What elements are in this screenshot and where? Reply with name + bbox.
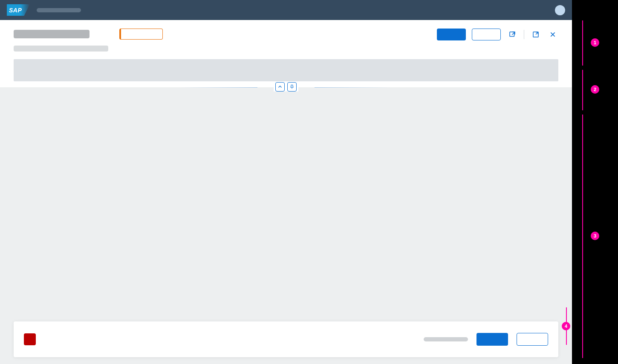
app-area: SAP (0, 0, 572, 364)
annotation-bracket-1 (582, 20, 583, 66)
footer-hint-placeholder (424, 337, 468, 341)
title-left (14, 29, 163, 52)
page-subtitle-placeholder (14, 46, 108, 52)
sap-logo[interactable]: SAP (7, 4, 30, 16)
share-icon[interactable] (507, 29, 518, 40)
title-line (14, 29, 163, 40)
collapse-line-right (315, 87, 572, 88)
collapse-line-left (0, 87, 257, 88)
fullscreen-icon[interactable] (530, 29, 541, 40)
annotation-callout-4: 4 (562, 322, 570, 330)
footer-secondary-button[interactable] (517, 333, 548, 346)
annotation-bracket-3 (582, 115, 583, 358)
shell-header-left: SAP (7, 4, 81, 16)
user-avatar[interactable] (555, 5, 565, 15)
header-secondary-button[interactable] (472, 29, 501, 40)
vertical-divider (524, 30, 524, 39)
title-row (14, 29, 558, 52)
footer-left (24, 333, 43, 345)
collapse-buttons-group (274, 82, 298, 92)
shell-title-placeholder (37, 8, 81, 12)
close-icon[interactable] (547, 29, 558, 40)
info-bar (14, 59, 558, 81)
error-indicator-icon[interactable] (24, 333, 36, 345)
footer-right (424, 333, 548, 346)
annotation-callout-1: 1 (591, 38, 599, 47)
title-actions (437, 29, 558, 40)
svg-rect-0 (510, 32, 514, 37)
page-header (0, 20, 572, 87)
annotation-callout-3: 3 (591, 232, 599, 240)
footer-primary-button[interactable] (476, 333, 508, 346)
header-primary-button[interactable] (437, 29, 466, 40)
annotation-bracket-2 (582, 70, 583, 110)
pin-icon[interactable] (287, 82, 297, 92)
annotation-panel: 1 2 3 4 (572, 0, 618, 364)
annotation-callout-2: 2 (591, 85, 599, 94)
status-chip (119, 29, 163, 40)
page-title-placeholder (14, 30, 90, 38)
chevron-up-icon[interactable] (275, 82, 285, 92)
shell-header: SAP (0, 0, 572, 20)
footer-bar (14, 321, 558, 357)
